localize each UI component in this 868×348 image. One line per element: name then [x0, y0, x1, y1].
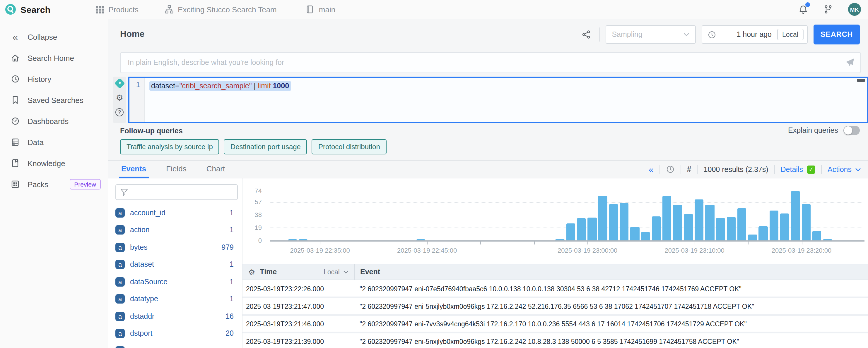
editor-settings-button[interactable]: ⚙ [116, 94, 123, 102]
actions-menu[interactable]: Actions [828, 165, 861, 173]
followup-query-chip[interactable]: Traffic analysis by source ip [120, 139, 219, 154]
histogram-bar[interactable] [802, 204, 811, 240]
histogram-bar[interactable] [652, 216, 661, 240]
sidebar-item-collapse[interactable]: « Collapse [0, 26, 108, 47]
time-settings-button[interactable] [666, 165, 675, 174]
histogram-bar[interactable] [737, 208, 746, 240]
histogram-bar[interactable] [748, 234, 757, 240]
histogram-bar[interactable] [759, 227, 768, 240]
cribl-search-logo-icon[interactable] [5, 3, 17, 15]
histogram-bar[interactable] [288, 239, 297, 240]
user-avatar[interactable]: MK [848, 3, 861, 16]
search-button[interactable]: SEARCH [813, 25, 860, 44]
details-toggle[interactable]: Details ✓ [781, 165, 815, 173]
histogram-bar[interactable] [780, 213, 789, 240]
field-row[interactable]: a account_id 1 [108, 204, 242, 221]
histogram-bar[interactable] [812, 231, 822, 240]
send-button[interactable] [844, 57, 855, 68]
field-row[interactable]: a action 1 [108, 221, 242, 239]
gridline [270, 191, 863, 191]
explain-queries-toggle[interactable] [843, 126, 860, 135]
histogram-bar[interactable] [694, 200, 704, 240]
query-editor[interactable]: 1 dataset="cribl_search_sample" | limit … [128, 77, 868, 123]
time-range-picker[interactable]: 1 hour ago Local [701, 25, 808, 44]
query-text[interactable]: dataset="cribl_search_sample" | limit 10… [149, 81, 291, 91]
field-name[interactable]: account_id [130, 209, 165, 217]
sidebar-item-packs[interactable]: Packs Preview [0, 174, 108, 195]
field-name[interactable]: dstaddr [130, 312, 154, 320]
field-name[interactable]: end [130, 347, 142, 348]
ai-assistant-button[interactable]: ✦ [114, 78, 125, 89]
sidebar-item-search-home[interactable]: Search Home [0, 47, 108, 68]
nl-search-input[interactable] [120, 52, 861, 73]
histogram-bar[interactable] [823, 239, 832, 240]
event-row[interactable]: 2025-03-19T23:21:47.000 "2 602320997947 … [243, 298, 868, 314]
share-button[interactable] [581, 30, 591, 39]
histogram-bar[interactable] [684, 214, 693, 240]
histogram-bar[interactable] [577, 218, 586, 240]
histogram-bar[interactable] [705, 205, 714, 240]
followup-query-chip[interactable]: Protocol distribution [312, 139, 386, 154]
histogram-bar[interactable] [673, 205, 682, 240]
sidebar-item-data[interactable]: Data [0, 132, 108, 153]
histogram-bar[interactable] [556, 239, 565, 240]
events-histogram[interactable]: 019385774 2025-03-19 22:35:002025-03-19 … [243, 178, 868, 264]
histogram-bar[interactable] [620, 203, 629, 240]
product-name[interactable]: Search [21, 4, 50, 14]
branch-actions-button[interactable] [824, 5, 833, 14]
histogram-bar[interactable] [609, 204, 618, 240]
field-name[interactable]: dataset [130, 260, 154, 269]
sidebar-item-saved-searches[interactable]: Saved Searches [0, 90, 108, 110]
histogram-bar[interactable] [299, 239, 308, 240]
histogram-bar[interactable] [716, 218, 725, 240]
timezone-dropdown[interactable]: Local [323, 269, 354, 276]
branch-switcher[interactable]: main [305, 5, 335, 14]
field-name[interactable]: datatype [130, 295, 158, 303]
field-row[interactable]: a datatype 1 [108, 290, 242, 308]
editor-scrollbar-thumb[interactable] [857, 79, 865, 82]
sampling-select[interactable]: Sampling [605, 25, 695, 44]
field-name[interactable]: action [130, 226, 150, 234]
sidebar-item-knowledge[interactable]: Knowledge [0, 153, 108, 174]
field-row[interactable]: a dstport 20 [108, 325, 242, 342]
histogram-bar[interactable] [587, 217, 596, 240]
editor-help-button[interactable]: ? [115, 108, 124, 116]
field-filter-input[interactable] [115, 184, 238, 200]
histogram-bar[interactable] [630, 227, 639, 240]
team-switcher[interactable]: Exciting Stucco Search Team [164, 5, 277, 14]
histogram-bar[interactable] [726, 217, 736, 240]
details-checkbox[interactable]: ✓ [807, 165, 815, 173]
field-row[interactable]: a dataset 1 [108, 256, 242, 273]
table-settings-button[interactable]: ⚙ [248, 268, 255, 276]
histogram-bar[interactable] [598, 196, 608, 240]
row-numbers-button[interactable]: # [687, 166, 691, 173]
histogram-bar[interactable] [769, 211, 778, 240]
field-row[interactable]: a dstaddr 16 [108, 308, 242, 325]
event-row[interactable]: 2025-03-19T23:22:26.000 "2 602320997947 … [243, 281, 868, 297]
tab-chart[interactable]: Chart [205, 160, 226, 178]
field-name[interactable]: dataSource [130, 278, 167, 286]
field-row[interactable]: a end 673 [108, 342, 242, 348]
timezone-button[interactable]: Local [777, 29, 804, 40]
products-menu[interactable]: Products [95, 5, 138, 14]
field-name[interactable]: bytes [130, 243, 148, 251]
notifications-button[interactable] [798, 4, 808, 14]
histogram-bar[interactable] [566, 224, 575, 240]
field-name[interactable]: dstport [130, 329, 152, 338]
field-row[interactable]: a dataSource 1 [108, 273, 242, 290]
histogram-bar[interactable] [791, 191, 800, 240]
sidebar-item-history[interactable]: History [0, 68, 108, 90]
sparkle-icon: ✦ [117, 81, 122, 86]
tab-fields[interactable]: Fields [165, 160, 187, 178]
histogram-bar[interactable] [416, 239, 426, 240]
field-row[interactable]: a bytes 979 [108, 239, 242, 256]
event-row[interactable]: 2025-03-19T23:21:39.000 "2 602320997947 … [243, 334, 868, 348]
collapse-chart-button[interactable]: « [649, 165, 654, 174]
histogram-bar[interactable] [641, 232, 650, 240]
event-time: 2025-03-19T23:22:26.000 [243, 285, 360, 292]
event-row[interactable]: 2025-03-19T23:21:46.000 "2 602320997947 … [243, 316, 868, 332]
followup-query-chip[interactable]: Destination port usage [224, 139, 307, 154]
tab-events[interactable]: Events [120, 160, 147, 178]
sidebar-item-dashboards[interactable]: Dashboards [0, 110, 108, 132]
histogram-bar[interactable] [662, 196, 672, 240]
